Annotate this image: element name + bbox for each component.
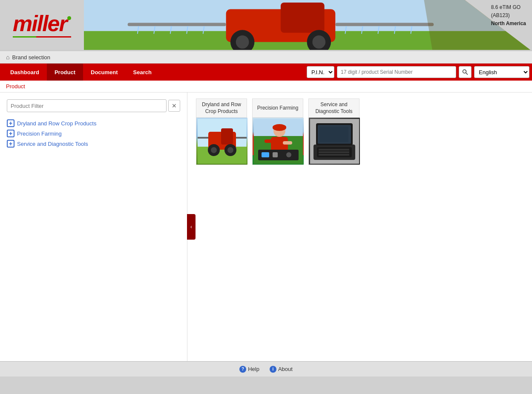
version-line1: 8.6 eTIM GO	[491, 3, 526, 12]
filter-row: ✕	[7, 99, 180, 112]
svg-rect-9	[335, 23, 434, 26]
left-panel: ✕ + Dryland and Row Crop Products + Prec…	[0, 93, 187, 361]
product-card-dryland[interactable]: Dryland and Row Crop Products	[196, 98, 247, 165]
search-button[interactable]: Search	[126, 64, 159, 81]
tree-list: + Dryland and Row Crop Products + Precis…	[7, 118, 180, 149]
svg-rect-39	[265, 139, 273, 143]
brand-selection-link[interactable]: Brand selection	[12, 54, 50, 61]
breadcrumb-text: Product	[6, 83, 25, 90]
tree-label-dryland: Dryland and Row Crop Products	[17, 120, 96, 127]
product-card-image-precision	[253, 118, 304, 165]
tree-item-precision[interactable]: + Precision Farming	[7, 128, 180, 139]
language-select[interactable]: English	[474, 66, 529, 78]
logo-text: miller	[13, 11, 71, 36]
svg-point-32	[227, 147, 233, 153]
svg-rect-26	[221, 128, 233, 145]
about-icon: i	[270, 366, 276, 373]
svg-rect-37	[273, 125, 286, 130]
diagnostic-image-svg	[310, 119, 359, 164]
product-card-diagnostic[interactable]: Service and Diagnostic Tools	[308, 98, 359, 165]
navbar: Dashboard Product Document Search P.I.N.…	[0, 64, 532, 81]
version-line2: (AB123)	[491, 12, 526, 20]
breadcrumb: Product	[0, 81, 532, 93]
svg-rect-43	[273, 152, 278, 157]
banner-svg	[84, 0, 532, 50]
help-link[interactable]: ? Help	[239, 366, 259, 373]
svg-point-44	[286, 152, 291, 157]
right-panel: Dryland and Row Crop Products	[187, 93, 532, 361]
svg-point-30	[211, 147, 217, 153]
svg-point-21	[463, 70, 466, 73]
version-line3: North America	[491, 20, 526, 28]
product-grid: Dryland and Row Crop Products	[196, 98, 523, 165]
precision-image-svg	[254, 119, 303, 164]
svg-rect-8	[127, 23, 226, 26]
tree-item-service[interactable]: + Service and Diagnostic Tools	[7, 139, 180, 149]
banner-area	[84, 0, 532, 50]
product-button[interactable]: Product	[47, 64, 83, 81]
help-icon: ?	[239, 366, 246, 373]
brand-bar: ⌂ Brand selection	[0, 51, 532, 64]
tree-label-precision: Precision Farming	[17, 130, 62, 137]
svg-rect-40	[283, 141, 292, 145]
svg-rect-48	[319, 149, 349, 151]
tree-item-dryland[interactable]: + Dryland and Row Crop Products	[7, 118, 180, 128]
tree-label-service: Service and Diagnostic Tools	[17, 141, 88, 147]
about-link[interactable]: i About	[270, 366, 293, 373]
pin-type-select[interactable]: P.I.N.	[307, 66, 334, 78]
svg-rect-53	[319, 127, 348, 142]
svg-point-7	[312, 35, 325, 49]
header: miller	[0, 0, 532, 51]
logo: miller	[13, 12, 71, 35]
dashboard-button[interactable]: Dashboard	[3, 64, 47, 81]
product-card-image-diagnostic	[309, 118, 360, 165]
collapse-panel-button[interactable]: ‹	[187, 214, 196, 240]
main-content: ✕ + Dryland and Row Crop Products + Prec…	[0, 93, 532, 361]
svg-rect-42	[262, 152, 269, 157]
logo-area: miller	[0, 0, 84, 50]
help-label: Help	[248, 366, 259, 372]
dryland-image-svg	[198, 119, 247, 164]
svg-rect-3	[281, 3, 325, 33]
banner-image	[84, 0, 532, 50]
svg-rect-50	[319, 154, 349, 156]
about-label: About	[278, 366, 293, 372]
document-button[interactable]: Document	[83, 64, 126, 81]
product-filter-input[interactable]	[7, 99, 167, 112]
product-card-title-precision: Precision Farming	[253, 99, 303, 118]
expand-service-icon: +	[7, 140, 14, 148]
svg-rect-28	[236, 137, 247, 139]
product-card-title-dryland: Dryland and Row Crop Products	[196, 99, 247, 118]
pin-search-button[interactable]	[459, 66, 472, 78]
footer: ? Help i About	[0, 361, 532, 377]
svg-point-5	[236, 35, 249, 49]
logo-underline	[13, 36, 71, 38]
product-card-title-diagnostic: Service and Diagnostic Tools	[309, 99, 359, 118]
filter-clear-button[interactable]: ✕	[168, 100, 180, 112]
svg-rect-49	[319, 151, 349, 153]
product-card-image-dryland	[196, 118, 247, 165]
expand-precision-icon: +	[7, 130, 14, 137]
version-info: 8.6 eTIM GO (AB123) North America	[485, 0, 532, 32]
pin-area: P.I.N. English	[307, 66, 529, 78]
expand-dryland-icon: +	[7, 119, 14, 127]
product-card-precision[interactable]: Precision Farming	[252, 98, 303, 165]
pin-input[interactable]	[337, 66, 456, 78]
svg-rect-27	[198, 137, 208, 139]
home-icon: ⌂	[6, 54, 9, 61]
svg-line-22	[466, 73, 468, 75]
search-icon	[462, 69, 468, 75]
